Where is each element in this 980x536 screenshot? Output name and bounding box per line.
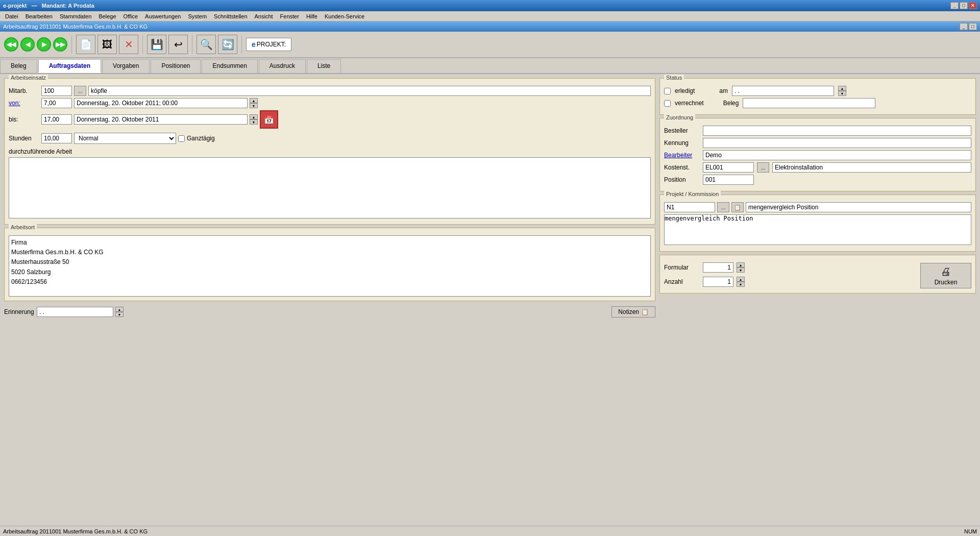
tab-positionen[interactable]: Positionen [151, 59, 201, 73]
menu-schnittstellen[interactable]: Schnittstellen [211, 12, 250, 20]
erinnerung-spinner[interactable]: ▲ ▼ [115, 307, 124, 317]
erinnerung-input[interactable] [37, 307, 113, 317]
menu-stammdaten[interactable]: Stammdaten [57, 12, 94, 20]
undo-button[interactable]: ↩ [168, 35, 188, 54]
tab-liste[interactable]: Liste [307, 59, 341, 73]
sub-title-bar: Arbeitsauftrag 2011001 Musterfirma Ges.m… [0, 21, 980, 32]
von-hours-input[interactable] [41, 98, 72, 108]
von-date-input[interactable] [74, 98, 248, 108]
erinnerung-spin-down[interactable]: ▼ [115, 312, 124, 317]
stunden-value-input[interactable] [41, 133, 72, 143]
stunden-type-select[interactable]: Normal [74, 133, 176, 144]
beleg-input[interactable] [743, 98, 875, 108]
von-spin-up[interactable]: ▲ [250, 98, 258, 103]
formular-spin-down[interactable]: ▼ [737, 267, 745, 273]
minimize-button[interactable]: _ [950, 2, 959, 9]
formular-label: Formular [664, 264, 700, 271]
tab-vorgaben[interactable]: Vorgaben [102, 59, 150, 73]
anzahl-spin-down[interactable]: ▼ [737, 282, 745, 287]
mitarb-select-button[interactable]: ... [74, 86, 86, 96]
projekt-section: Projekt / Kommission ... 📋 mengenverglei… [659, 194, 976, 252]
erinnerung-label: Erinnerung [4, 308, 35, 315]
sub-minimize-button[interactable]: _ [960, 23, 968, 30]
am-input[interactable] [732, 86, 834, 96]
window-controls[interactable]: _ □ ✕ [950, 2, 977, 9]
ganztaegig-checkbox[interactable] [178, 135, 185, 142]
nav-prev-button[interactable]: ◀ [20, 37, 35, 52]
close-button[interactable]: ✕ [969, 2, 977, 9]
search-button[interactable]: 🔍 [197, 35, 216, 54]
menu-system[interactable]: System [185, 12, 210, 20]
maximize-button[interactable]: □ [960, 2, 968, 9]
position-label: Position [664, 176, 700, 183]
new-doc-button[interactable]: 📄 [76, 35, 95, 54]
notizen-button[interactable]: Notizen 📋 [611, 306, 655, 318]
menu-fenster[interactable]: Fenster [277, 12, 302, 20]
projekt-nr-input[interactable] [664, 202, 715, 212]
nav-last-button[interactable]: ▶▶ [53, 37, 67, 52]
anzahl-spinner[interactable]: ▲ ▼ [737, 277, 745, 287]
save-button[interactable]: 💾 [147, 35, 166, 54]
menu-bearbeiten[interactable]: Bearbeiten [22, 12, 56, 20]
erinnerung-spin-up[interactable]: ▲ [115, 307, 124, 312]
projekt-select-button[interactable]: ... [717, 202, 729, 212]
von-spin-down[interactable]: ▼ [250, 103, 258, 108]
formular-spin-up[interactable]: ▲ [737, 262, 745, 267]
am-spinner[interactable]: ▲ ▼ [838, 86, 846, 96]
kostenst-name-input[interactable] [772, 162, 971, 173]
drucken-button[interactable]: 🖨 Drucken [920, 263, 971, 288]
delete-button[interactable]: ✕ [119, 35, 138, 54]
projekt-nr-row: ... 📋 [664, 202, 971, 212]
anzahl-spin-up[interactable]: ▲ [737, 277, 745, 282]
notizen-label: Notizen [618, 308, 639, 315]
photo-button[interactable]: 🖼 [97, 35, 117, 54]
projekt-desc-input[interactable] [746, 202, 971, 212]
menu-kunden-service[interactable]: Kunden-Service [322, 12, 368, 20]
bis-spinner[interactable]: ▲ ▼ [250, 114, 258, 125]
tab-auftragsdaten[interactable]: Auftragsdaten [38, 59, 101, 73]
von-spinner[interactable]: ▲ ▼ [250, 98, 258, 108]
formular-spinner[interactable]: ▲ ▼ [737, 262, 745, 273]
bearbeiter-input[interactable] [703, 150, 971, 160]
eprojekt-button[interactable]: e PROJEKT: [246, 38, 291, 51]
menu-auswertungen[interactable]: Auswertungen [142, 12, 184, 20]
refresh-button[interactable]: 🔄 [218, 35, 237, 54]
work-text-area[interactable] [9, 157, 651, 218]
status-bar: Arbeitsauftrag 2011001 Musterfirma Ges.m… [0, 526, 980, 536]
kostenst-nr-input[interactable] [703, 162, 754, 173]
mitarb-nr-input[interactable] [41, 86, 72, 96]
tab-ausdruck[interactable]: Ausdruck [259, 59, 306, 73]
tab-beleg[interactable]: Beleg [0, 59, 37, 73]
bis-spin-up[interactable]: ▲ [250, 114, 258, 119]
sub-restore-button[interactable]: □ [969, 23, 977, 30]
am-spin-up[interactable]: ▲ [838, 86, 846, 91]
bearbeiter-label[interactable]: Bearbeiter [664, 152, 700, 159]
nav-next-button[interactable]: ▶ [37, 37, 51, 52]
toolbar-sep-4 [241, 35, 242, 54]
bis-hours-input[interactable] [41, 114, 72, 125]
von-label[interactable]: von: [9, 100, 39, 107]
menu-office[interactable]: Office [120, 12, 141, 20]
menu-ansicht[interactable]: Ansicht [252, 12, 276, 20]
bis-date-input[interactable] [74, 114, 248, 125]
am-spin-down[interactable]: ▼ [838, 91, 846, 96]
nav-first-button[interactable]: ◀◀ [4, 37, 18, 52]
menu-hilfe[interactable]: Hilfe [303, 12, 321, 20]
formular-input[interactable] [703, 262, 733, 273]
tab-endsummen[interactable]: Endsummen [202, 59, 257, 73]
kennung-label: Kennung [664, 139, 700, 147]
bis-spin-down[interactable]: ▼ [250, 119, 258, 125]
menu-belege[interactable]: Belege [95, 12, 119, 20]
position-input[interactable] [703, 175, 754, 185]
anzahl-input[interactable] [703, 277, 733, 287]
besteller-input[interactable] [703, 126, 971, 136]
menu-datei[interactable]: Datei [2, 12, 21, 20]
projekt-copy-button[interactable]: 📋 [731, 202, 744, 212]
kennung-input[interactable] [703, 138, 971, 148]
calendar-button[interactable]: 📅 [260, 110, 278, 129]
verrechnet-checkbox[interactable] [664, 100, 671, 107]
mitarb-name-input[interactable] [88, 86, 651, 96]
kostenst-select-button[interactable]: ... [757, 162, 769, 173]
erledigt-checkbox[interactable] [664, 88, 671, 94]
projekt-text-area[interactable]: mengenvergleich Position [664, 214, 971, 245]
